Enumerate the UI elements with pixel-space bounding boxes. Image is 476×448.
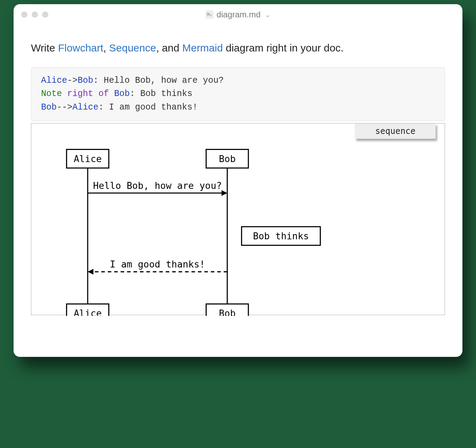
code-token: Bob thinks [135,89,192,99]
intro-text: Write Flowchart, Sequence, and Mermaid d… [31,40,445,56]
window-title[interactable]: M↓ diagram.md ⌄ [205,10,271,19]
svg-text:Alice: Alice [74,153,102,164]
code-block[interactable]: Alice->Bob: Hello Bob, how are you? Note… [31,67,445,121]
link-sequence[interactable]: Sequence [109,42,156,54]
code-token: : [130,89,135,99]
zoom-icon[interactable] [42,11,48,18]
intro-suffix: diagram right in your doc. [223,42,343,54]
code-token: : [93,75,98,86]
code-token: Note [41,89,62,99]
file-name-label: diagram.md [216,10,261,19]
svg-text:Bob: Bob [219,308,236,316]
link-mermaid[interactable]: Mermaid [182,42,223,54]
svg-text:Hello Bob, how are you?: Hello Bob, how are you? [93,180,222,191]
intro-prefix: Write [31,42,58,54]
markdown-icon: M↓ [205,10,214,19]
svg-text:I am good thanks!: I am good thanks! [110,259,205,270]
diagram-type-badge: sequence [355,123,436,139]
code-token: I am good thanks! [104,102,198,112]
code-token: -> [67,75,78,86]
diagram-panel: sequence AliceBobHello Bob, how are you?… [31,123,445,315]
code-token: right of [62,89,114,99]
svg-marker-7 [222,190,227,196]
code-token: Bob [114,89,130,99]
code-token: Bob [78,75,93,86]
intro-sep2: , and [156,42,182,54]
svg-text:Bob: Bob [219,153,236,164]
editor-window: M↓ diagram.md ⌄ Write Flowchart, Sequenc… [14,4,462,357]
code-token: Bob [41,102,57,112]
svg-text:Alice: Alice [74,308,102,316]
sequence-diagram: AliceBobHello Bob, how are you?Bob think… [38,130,438,309]
chevron-down-icon[interactable]: ⌄ [265,10,271,19]
titlebar: M↓ diagram.md ⌄ [14,4,462,25]
link-flowchart[interactable]: Flowchart [58,42,103,54]
close-icon[interactable] [21,11,27,18]
intro-sep1: , [103,42,109,54]
traffic-lights [21,11,48,18]
minimize-icon[interactable] [32,11,38,18]
document-body: Write Flowchart, Sequence, and Mermaid d… [14,25,462,357]
code-token: Alice [72,102,98,112]
code-token: Hello Bob, how are you? [98,75,224,86]
code-token: --> [57,102,72,112]
svg-text:Bob thinks: Bob thinks [253,230,309,241]
code-token: : [98,102,104,112]
svg-marker-12 [88,269,93,274]
code-token: Alice [41,75,67,86]
